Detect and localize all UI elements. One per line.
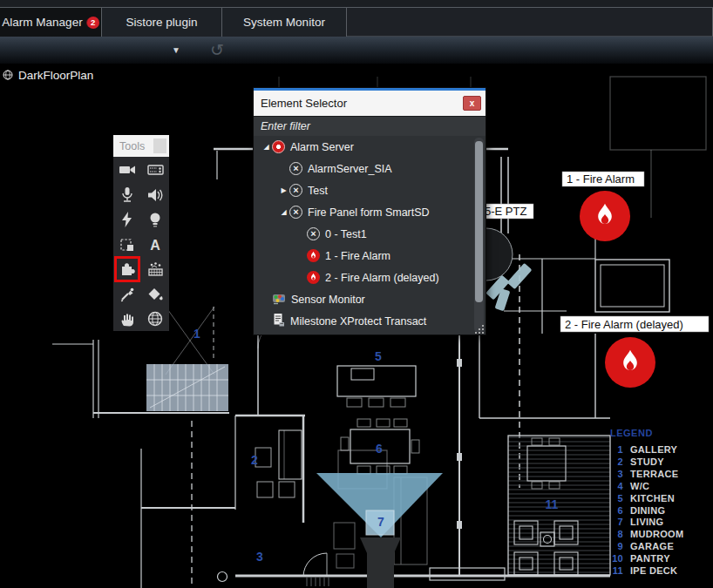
resize-grip[interactable] bbox=[473, 322, 485, 334]
fire-icon bbox=[307, 271, 320, 284]
tools-title: Tools bbox=[119, 140, 153, 152]
scrollbar-track[interactable] bbox=[474, 138, 484, 333]
room-number: 2 bbox=[251, 453, 258, 467]
fire-alarm-marker-1[interactable]: 1 - Fire Alarm bbox=[562, 172, 644, 241]
tree-item-test1[interactable]: 0 - Test1 bbox=[254, 223, 486, 245]
plugin-puzzle-tool-icon[interactable] bbox=[117, 259, 138, 280]
tree-item-fire-alarm-1[interactable]: 1 - Fire Alarm bbox=[254, 245, 486, 267]
alarm-server-icon bbox=[272, 140, 285, 153]
legend-item: 11IPE DECK bbox=[610, 565, 713, 578]
room-number: 3 bbox=[256, 550, 263, 564]
video-camera-tool-icon[interactable] bbox=[117, 159, 138, 180]
light-bulb-tool-icon[interactable] bbox=[145, 209, 166, 230]
expander-collapsed-icon[interactable]: ▶ bbox=[278, 186, 289, 194]
ptz-camera-label: 5-E PTZ bbox=[481, 204, 533, 219]
legend-item: 6DINING bbox=[610, 505, 713, 517]
legend-item: 1GALLERY bbox=[610, 444, 713, 456]
scrollbar-thumb[interactable] bbox=[475, 141, 483, 302]
room-number: 6 bbox=[376, 442, 383, 456]
tools-palette-header[interactable]: Tools bbox=[113, 135, 169, 157]
recorder-tool-icon[interactable] bbox=[145, 159, 166, 180]
circle-x-icon bbox=[307, 227, 320, 240]
tools-grid: A bbox=[113, 157, 169, 331]
speaker-tool-icon[interactable] bbox=[145, 185, 166, 206]
tree-item-fire-alarm-2[interactable]: 2 - Fire Alarm (delayed) bbox=[254, 267, 486, 288]
stairs-overlay bbox=[146, 364, 228, 411]
sensor-panel-tool-icon[interactable] bbox=[145, 259, 166, 280]
element-selector-dialog: Element Selector x ◢ Alarm Server AlarmS… bbox=[253, 87, 486, 335]
dropper-tool-icon[interactable] bbox=[117, 284, 138, 305]
room-number: 11 bbox=[546, 497, 559, 511]
legend-item: 2STUDY bbox=[610, 456, 713, 469]
fire-alarm-2-label: 2 - Fire Alarm (delayed) bbox=[565, 318, 683, 331]
camera-body[interactable] bbox=[360, 537, 401, 588]
region-tool-icon[interactable] bbox=[117, 234, 138, 255]
legend-item: 7LIVING bbox=[610, 517, 713, 529]
legend-item: 10PANTRY bbox=[610, 553, 713, 565]
legend-item: 3TERRACE bbox=[610, 469, 713, 481]
transact-icon bbox=[272, 313, 285, 329]
text-tool-icon[interactable]: A bbox=[145, 234, 166, 255]
tree-item-milestone-transact[interactable]: Milestone XProtect Transact bbox=[254, 310, 486, 332]
app-window: Alarm Manager 2 Sistore plugin System Mo… bbox=[0, 0, 713, 588]
svg-text:A: A bbox=[150, 237, 160, 252]
circle-x-icon bbox=[289, 162, 302, 175]
globe-tool-icon[interactable] bbox=[145, 308, 166, 329]
legend-item: 8MUDROOM bbox=[610, 529, 713, 541]
dialog-title-bar[interactable]: Element Selector x bbox=[254, 91, 486, 116]
fire-icon bbox=[307, 249, 320, 262]
expander-expanded-icon[interactable]: ◢ bbox=[261, 143, 272, 151]
tree-item-alarm-server[interactable]: ◢ Alarm Server bbox=[254, 136, 486, 158]
tools-palette: Tools A bbox=[113, 135, 169, 331]
sensor-monitor-icon bbox=[272, 292, 286, 308]
ptz-label-text: 5-E PTZ bbox=[485, 205, 526, 218]
room-number: 1 bbox=[194, 327, 200, 341]
lightning-tool-icon[interactable] bbox=[117, 209, 138, 230]
circle-x-icon bbox=[289, 206, 302, 219]
filter-input[interactable] bbox=[254, 116, 486, 136]
element-tree: ◢ Alarm Server AlarmServer_SIA ▶ Test ◢ … bbox=[254, 136, 486, 335]
fire-alarm-marker-2[interactable]: 2 - Fire Alarm (delayed) bbox=[560, 316, 709, 388]
circle-x-icon bbox=[289, 184, 302, 197]
legend-item: 9GARAGE bbox=[610, 541, 713, 553]
fire-alarm-1-label: 1 - Fire Alarm bbox=[567, 172, 635, 186]
tree-item-fire-panel[interactable]: ◢ Fire Panel form SmartSD bbox=[254, 201, 486, 223]
fill-tool-icon[interactable] bbox=[145, 284, 166, 305]
legend: LEGEND 1GALLERY 2STUDY 3TERRACE 4W/C 5KI… bbox=[610, 428, 713, 578]
room-number: 7 bbox=[377, 515, 384, 529]
legend-item: 5KITCHEN bbox=[610, 493, 713, 505]
expander-expanded-icon[interactable]: ◢ bbox=[278, 208, 289, 216]
room-number: 5 bbox=[375, 349, 382, 363]
dialog-title: Element Selector bbox=[261, 97, 463, 110]
close-button[interactable]: x bbox=[463, 96, 481, 111]
tree-item-sensor-monitor[interactable]: Sensor Monitor bbox=[254, 288, 486, 310]
legend-title: LEGEND bbox=[610, 428, 713, 438]
microphone-tool-icon[interactable] bbox=[117, 185, 138, 206]
tree-item-alarmserver-sia[interactable]: AlarmServer_SIA bbox=[254, 158, 486, 179]
hand-pan-tool-icon[interactable] bbox=[117, 308, 138, 329]
tree-item-test[interactable]: ▶ Test bbox=[254, 179, 486, 201]
tools-collapse-button[interactable] bbox=[153, 139, 166, 153]
legend-item: 4W/C bbox=[610, 481, 713, 493]
